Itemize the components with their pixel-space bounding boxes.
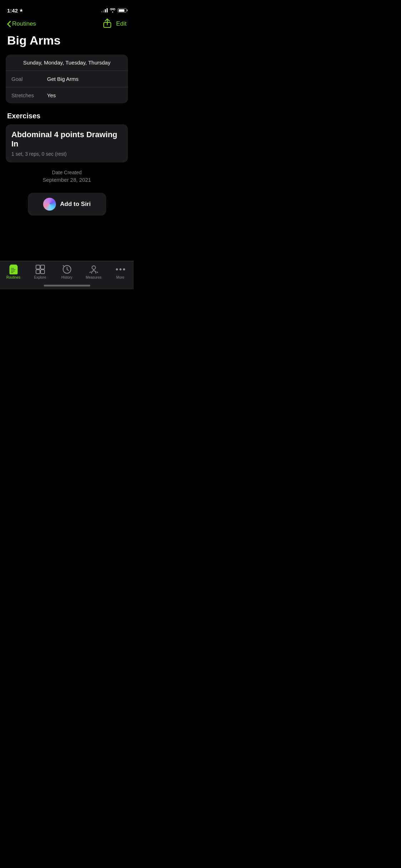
status-bar: 1:42 <box>0 0 134 16</box>
stretches-value: Yes <box>47 92 56 98</box>
svg-rect-3 <box>11 268 14 269</box>
svg-rect-2 <box>10 265 17 266</box>
share-icon <box>103 19 111 28</box>
exercise-name: Abdominal 4 points Drawing In <box>11 130 122 149</box>
tab-explore-label: Explore <box>34 275 46 279</box>
back-chevron-icon <box>7 21 11 27</box>
main-content: Big Arms Sunday, Monday, Tuesday, Thursd… <box>0 32 134 276</box>
routines-icon <box>9 265 18 274</box>
nav-actions: Edit <box>103 19 127 29</box>
back-button[interactable]: Routines <box>7 20 36 27</box>
measures-icon <box>89 265 98 274</box>
location-icon <box>19 8 24 12</box>
tab-history-label: History <box>61 275 72 279</box>
signal-bars <box>101 8 108 12</box>
svg-rect-6 <box>11 272 14 273</box>
exercise-card[interactable]: Abdominal 4 points Drawing In 1 set, 3 r… <box>6 124 128 162</box>
more-icon <box>116 265 125 274</box>
svg-rect-7 <box>36 265 40 269</box>
svg-point-14 <box>119 269 121 270</box>
goal-row: Goal Get Big Arms <box>6 71 128 87</box>
date-created-label: Date Created <box>0 170 134 175</box>
edit-button[interactable]: Edit <box>116 20 127 27</box>
battery-icon <box>118 8 127 12</box>
svg-rect-10 <box>41 270 45 274</box>
date-created-section: Date Created September 28, 2021 <box>0 170 134 183</box>
svg-rect-8 <box>41 265 45 269</box>
stretches-label: Stretches <box>11 92 47 98</box>
svg-rect-9 <box>36 270 40 274</box>
tab-measures[interactable]: Measures <box>83 265 104 279</box>
nav-bar: Routines Edit <box>0 16 134 32</box>
days-row: Sunday, Monday, Tuesday, Thursday <box>6 55 128 71</box>
page-title: Big Arms <box>0 32 134 55</box>
stretches-row: Stretches Yes <box>6 87 128 103</box>
tab-routines-label: Routines <box>6 275 20 279</box>
share-button[interactable] <box>103 19 111 29</box>
svg-point-12 <box>92 266 96 269</box>
tab-routines[interactable]: Routines <box>3 265 24 279</box>
svg-rect-4 <box>11 269 16 270</box>
explore-icon <box>36 265 45 274</box>
svg-point-13 <box>116 269 118 270</box>
svg-rect-5 <box>11 271 15 272</box>
status-icons <box>101 8 127 12</box>
exercises-section-title: Exercises <box>0 112 134 124</box>
goal-label: Goal <box>11 76 47 82</box>
siri-label: Add to Siri <box>60 201 91 208</box>
siri-button[interactable]: Add to Siri <box>28 193 106 216</box>
history-icon <box>62 265 72 274</box>
status-time: 1:42 <box>7 7 24 14</box>
tab-explore[interactable]: Explore <box>30 265 51 279</box>
home-indicator <box>44 285 90 286</box>
siri-orb-icon <box>43 198 56 211</box>
svg-point-15 <box>123 269 125 270</box>
tab-more-label: More <box>116 275 124 279</box>
tab-measures-label: Measures <box>86 275 102 279</box>
exercise-details: 1 set, 3 reps, 0 sec (rest) <box>11 151 122 157</box>
tab-more[interactable]: More <box>110 265 131 279</box>
tab-history[interactable]: History <box>56 265 78 279</box>
info-card: Sunday, Monday, Tuesday, Thursday Goal G… <box>6 55 128 103</box>
date-created-value: September 28, 2021 <box>0 177 134 183</box>
goal-value: Get Big Arms <box>47 76 78 82</box>
wifi-icon <box>110 8 115 12</box>
